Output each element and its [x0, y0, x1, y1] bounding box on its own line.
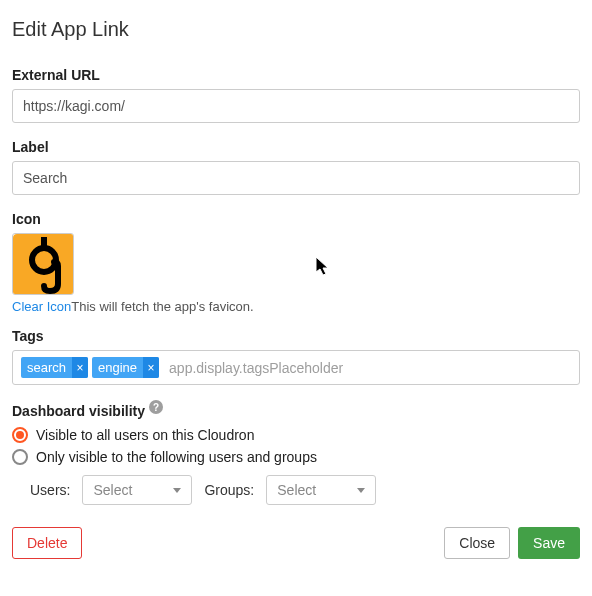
- label-label: Label: [12, 139, 580, 155]
- groups-select[interactable]: Select: [266, 475, 376, 505]
- tags-placeholder: app.display.tagsPlaceholder: [163, 360, 343, 376]
- dialog-title: Edit App Link: [12, 18, 580, 41]
- chevron-down-icon: [357, 488, 365, 493]
- visibility-option-all[interactable]: Visible to all users on this Cloudron: [12, 427, 580, 443]
- favicon-message: This will fetch the app's favicon.: [71, 299, 253, 314]
- clear-icon-link[interactable]: Clear Icon: [12, 299, 71, 314]
- app-icon-preview[interactable]: [12, 233, 74, 295]
- radio-checked-icon: [12, 427, 28, 443]
- external-url-input[interactable]: [12, 89, 580, 123]
- visibility-option-restricted[interactable]: Only visible to the following users and …: [12, 449, 580, 465]
- chevron-down-icon: [173, 488, 181, 493]
- users-select[interactable]: Select: [82, 475, 192, 505]
- icon-label: Icon: [12, 211, 580, 227]
- tags-label: Tags: [12, 328, 580, 344]
- tag-item: search ×: [21, 357, 88, 378]
- tag-label: engine: [92, 357, 143, 378]
- delete-button[interactable]: Delete: [12, 527, 82, 559]
- visibility-label: Dashboard visibility: [12, 403, 145, 419]
- tag-remove-icon[interactable]: ×: [72, 357, 88, 378]
- tag-remove-icon[interactable]: ×: [143, 357, 159, 378]
- help-icon[interactable]: ?: [149, 400, 163, 414]
- external-url-label: External URL: [12, 67, 580, 83]
- svg-rect-2: [41, 237, 47, 248]
- save-button[interactable]: Save: [518, 527, 580, 559]
- kagi-logo-icon: [13, 234, 74, 295]
- users-label: Users:: [30, 482, 70, 498]
- visibility-option-restricted-label: Only visible to the following users and …: [36, 449, 317, 465]
- tag-item: engine ×: [92, 357, 159, 378]
- users-select-placeholder: Select: [93, 482, 132, 498]
- close-button[interactable]: Close: [444, 527, 510, 559]
- tag-label: search: [21, 357, 72, 378]
- visibility-option-all-label: Visible to all users on this Cloudron: [36, 427, 254, 443]
- groups-label: Groups:: [204, 482, 254, 498]
- radio-unchecked-icon: [12, 449, 28, 465]
- label-input[interactable]: [12, 161, 580, 195]
- tags-input[interactable]: search × engine × app.display.tagsPlaceh…: [12, 350, 580, 385]
- groups-select-placeholder: Select: [277, 482, 316, 498]
